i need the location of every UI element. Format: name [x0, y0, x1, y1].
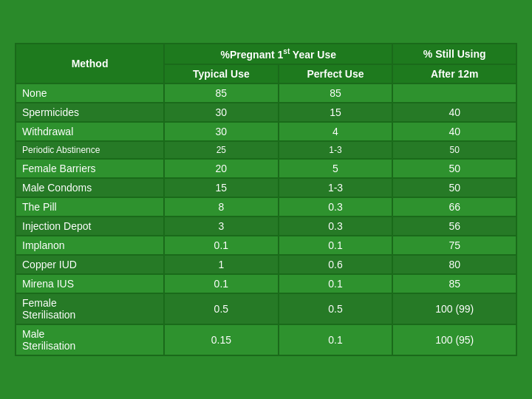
- table-row: Injection Depot30.356: [16, 216, 516, 236]
- table-row: FemaleSterilisation0.50.5100 (99): [16, 293, 516, 324]
- typical-cell: 0.15: [164, 324, 278, 355]
- perfect-cell: 0.1: [279, 274, 393, 293]
- still-using-header: % Still Using: [392, 44, 516, 64]
- after-12m-header: After 12m: [392, 64, 516, 83]
- table-body: None8585Spermicides301540Withdrawal30440…: [16, 83, 516, 355]
- method-cell: Female Barriers: [16, 159, 164, 178]
- still-using-cell: 66: [392, 197, 516, 216]
- still-using-cell: 50: [392, 159, 516, 178]
- perfect-cell: 0.5: [279, 293, 393, 324]
- method-cell: FemaleSterilisation: [16, 293, 164, 324]
- method-cell: None: [16, 83, 164, 103]
- method-cell: MaleSterilisation: [16, 324, 164, 355]
- method-header: Method: [16, 44, 164, 83]
- method-cell: The Pill: [16, 197, 164, 216]
- perfect-cell: 1-3: [279, 178, 393, 197]
- perfect-use-header: Perfect Use: [279, 64, 393, 83]
- typical-cell: 1: [164, 255, 278, 274]
- still-using-cell: [392, 83, 516, 103]
- still-using-cell: 85: [392, 274, 516, 293]
- typical-cell: 20: [164, 159, 278, 178]
- perfect-cell: 0.1: [279, 236, 393, 255]
- header-row-1: Method %Pregnant 1st Year Use % Still Us…: [16, 44, 516, 64]
- perfect-cell: 0.3: [279, 216, 393, 236]
- typical-cell: 0.1: [164, 274, 278, 293]
- method-cell: Copper IUD: [16, 255, 164, 274]
- method-cell: Withdrawal: [16, 122, 164, 141]
- table-row: None8585: [16, 83, 516, 103]
- still-using-cell: 80: [392, 255, 516, 274]
- typical-cell: 30: [164, 122, 278, 141]
- still-using-cell: 50: [392, 141, 516, 159]
- typical-cell: 0.1: [164, 236, 278, 255]
- table-row: Mirena IUS0.10.185: [16, 274, 516, 293]
- still-using-cell: 50: [392, 178, 516, 197]
- method-cell: Male Condoms: [16, 178, 164, 197]
- typical-cell: 30: [164, 103, 278, 122]
- still-using-cell: 100 (95): [392, 324, 516, 355]
- perfect-cell: 5: [279, 159, 393, 178]
- table-row: MaleSterilisation0.150.1100 (95): [16, 324, 516, 355]
- table-row: Copper IUD10.680: [16, 255, 516, 274]
- perfect-cell: 4: [279, 122, 393, 141]
- typical-cell: 8: [164, 197, 278, 216]
- perfect-cell: 15: [279, 103, 393, 122]
- still-using-cell: 75: [392, 236, 516, 255]
- typical-use-header: Typical Use: [164, 64, 278, 83]
- perfect-cell: 85: [279, 83, 393, 103]
- method-cell: Periodic Abstinence: [16, 141, 164, 159]
- table-row: Implanon0.10.175: [16, 236, 516, 255]
- typical-cell: 85: [164, 83, 278, 103]
- table-container: Method %Pregnant 1st Year Use % Still Us…: [15, 43, 517, 356]
- method-cell: Mirena IUS: [16, 274, 164, 293]
- table-row: The Pill80.366: [16, 197, 516, 216]
- table-row: Female Barriers20550: [16, 159, 516, 178]
- perfect-cell: 0.1: [279, 324, 393, 355]
- table-row: Male Condoms151-350: [16, 178, 516, 197]
- method-cell: Implanon: [16, 236, 164, 255]
- typical-cell: 3: [164, 216, 278, 236]
- table-row: Periodic Abstinence251-350: [16, 141, 516, 159]
- pregnant-header: %Pregnant 1st Year Use: [164, 44, 392, 64]
- typical-cell: 0.5: [164, 293, 278, 324]
- still-using-cell: 40: [392, 122, 516, 141]
- still-using-cell: 100 (99): [392, 293, 516, 324]
- still-using-cell: 40: [392, 103, 516, 122]
- table-row: Spermicides301540: [16, 103, 516, 122]
- method-cell: Spermicides: [16, 103, 164, 122]
- typical-cell: 25: [164, 141, 278, 159]
- method-cell: Injection Depot: [16, 216, 164, 236]
- typical-cell: 15: [164, 178, 278, 197]
- perfect-cell: 0.3: [279, 197, 393, 216]
- contraception-table: Method %Pregnant 1st Year Use % Still Us…: [15, 43, 517, 356]
- perfect-cell: 1-3: [279, 141, 393, 159]
- still-using-cell: 56: [392, 216, 516, 236]
- perfect-cell: 0.6: [279, 255, 393, 274]
- table-row: Withdrawal30440: [16, 122, 516, 141]
